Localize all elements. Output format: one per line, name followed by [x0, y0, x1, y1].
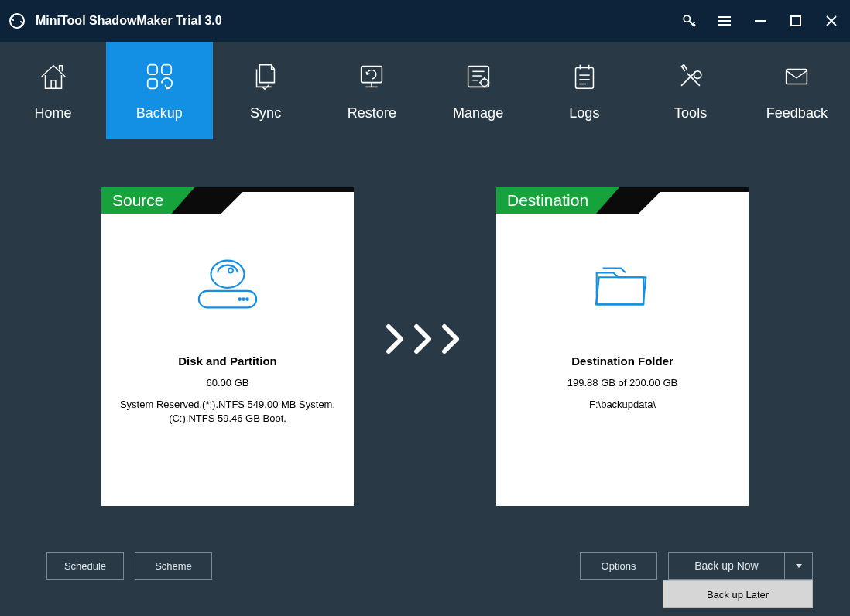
- nav-sync[interactable]: Sync: [213, 42, 319, 139]
- svg-marker-36: [796, 564, 802, 568]
- nav-manage[interactable]: Manage: [425, 42, 531, 139]
- nav-restore[interactable]: Restore: [319, 42, 425, 139]
- nav-home-label: Home: [35, 105, 72, 121]
- source-size: 60.00 GB: [207, 377, 249, 388]
- nav-feedback-label: Feedback: [766, 105, 828, 121]
- destination-detail: F:\backupdata\: [581, 398, 663, 412]
- logs-icon: [568, 60, 601, 93]
- nav-tools-label: Tools: [674, 105, 707, 121]
- svg-rect-14: [468, 66, 488, 87]
- svg-rect-8: [148, 64, 157, 74]
- home-icon: [37, 60, 70, 93]
- app-logo-icon: [6, 10, 28, 32]
- nav-logs[interactable]: Logs: [531, 42, 637, 139]
- svg-rect-10: [148, 78, 157, 87]
- destination-card[interactable]: Destination Destination Folder 199.88 GB…: [496, 187, 749, 506]
- destination-title: Destination Folder: [571, 354, 673, 368]
- svg-rect-9: [162, 64, 171, 74]
- key-icon[interactable]: [681, 13, 697, 29]
- nav-logs-label: Logs: [569, 105, 599, 121]
- nav-home[interactable]: Home: [0, 42, 106, 139]
- svg-point-31: [246, 298, 248, 300]
- nav-manage-label: Manage: [453, 105, 503, 121]
- nav-tools[interactable]: Tools: [638, 42, 744, 139]
- close-button[interactable]: [824, 13, 839, 29]
- folder-icon: [588, 254, 657, 316]
- scheme-button[interactable]: Scheme: [135, 552, 212, 580]
- nav-feedback[interactable]: Feedback: [744, 42, 850, 139]
- options-button[interactable]: Options: [580, 552, 657, 580]
- menu-icon[interactable]: [717, 13, 732, 29]
- arrow-chevrons-icon: [383, 323, 467, 354]
- svg-rect-23: [575, 67, 593, 88]
- source-card[interactable]: Source: [101, 187, 354, 506]
- svg-rect-5: [791, 16, 800, 26]
- restore-icon: [355, 60, 388, 93]
- minimize-button[interactable]: [752, 13, 768, 29]
- tools-icon: [674, 60, 707, 93]
- title-bar: MiniTool ShadowMaker Trial 3.0: [0, 0, 850, 42]
- source-detail: System Reserved,(*:).NTFS 549.00 MB Syst…: [101, 398, 354, 426]
- nav-backup[interactable]: Backup: [106, 42, 212, 139]
- svg-rect-11: [362, 66, 382, 82]
- manage-icon: [462, 60, 495, 93]
- schedule-button[interactable]: Schedule: [46, 552, 124, 580]
- backup-now-button[interactable]: Back up Now: [668, 552, 785, 580]
- svg-point-18: [480, 78, 488, 86]
- svg-point-32: [242, 298, 245, 300]
- source-title: Disk and Partition: [178, 354, 277, 368]
- disk-icon: [193, 254, 262, 316]
- svg-point-35: [228, 268, 233, 272]
- backup-later-menu-item[interactable]: Back up Later: [663, 580, 813, 608]
- backup-icon: [143, 60, 176, 93]
- nav-sync-label: Sync: [250, 105, 281, 121]
- maximize-button[interactable]: [788, 13, 804, 29]
- nav-restore-label: Restore: [348, 105, 396, 121]
- app-title: MiniTool ShadowMaker Trial 3.0: [36, 14, 222, 28]
- destination-size: 199.88 GB of 200.00 GB: [567, 377, 677, 388]
- nav-backup-label: Backup: [136, 105, 183, 121]
- svg-rect-29: [787, 69, 807, 84]
- svg-point-33: [238, 298, 241, 300]
- sync-icon: [249, 60, 282, 93]
- backup-now-dropdown-toggle[interactable]: [785, 552, 813, 580]
- feedback-icon: [780, 60, 813, 93]
- main-nav: Home Backup: [0, 42, 850, 139]
